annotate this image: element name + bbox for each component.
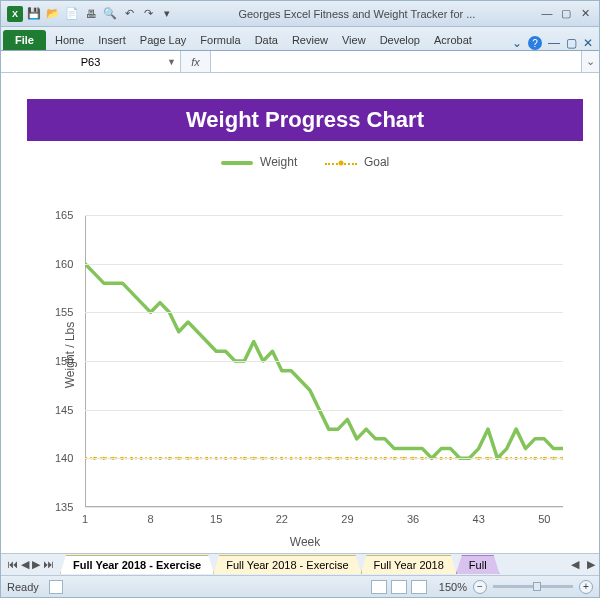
name-box-dropdown-icon[interactable]: ▼ [167,57,176,67]
zoom-slider-thumb[interactable] [533,582,541,591]
zoom-in-button[interactable]: + [579,580,593,594]
sheet-tab-3-label: Full Year 2018 [374,559,444,571]
tab-data[interactable]: Data [248,30,285,50]
undo-icon[interactable]: ↶ [121,6,137,22]
legend-weight-swatch [221,161,253,165]
status-bar: Ready 150% − + [1,575,599,597]
worksheet: Weight Progress Chart Weight Goal Weight… [1,73,599,553]
x-axis-title: Week [27,535,583,549]
x-tick-label: 50 [538,513,550,525]
ribbon: File Home Insert Page Lay Formula Data R… [1,27,599,51]
window-restore-icon[interactable]: ▢ [566,36,577,50]
new-icon[interactable]: 📄 [64,6,80,22]
sheet-tab-4-label: Full [469,559,487,571]
y-tick-label: 160 [55,258,73,270]
y-tick-label: 145 [55,404,73,416]
title-bar: X 💾 📂 📄 🖶 🔍 ↶ ↷ ▾ Georges Excel Fitness … [1,1,599,27]
sheet-tab-2[interactable]: Full Year 2018 - Exercise [213,555,361,574]
sheet-tab-4[interactable]: Full [456,555,500,574]
print-icon[interactable]: 🖶 [83,6,99,22]
status-text: Ready [7,581,39,593]
sheet-tabs: Full Year 2018 - Exercise Full Year 2018… [60,555,567,574]
fx-label[interactable]: fx [181,51,211,72]
formula-input[interactable] [211,51,581,72]
legend-weight-label: Weight [260,155,297,169]
x-tick-label: 15 [210,513,222,525]
y-tick-label: 165 [55,209,73,221]
zoom-controls: 150% − + [439,580,593,594]
y-tick-label: 135 [55,501,73,513]
quick-access-toolbar: X 💾 📂 📄 🖶 🔍 ↶ ↷ ▾ [7,6,175,22]
formula-bar: P63 ▼ fx ⌄ [1,51,599,73]
help-icon[interactable]: ? [528,36,542,50]
tab-acrobat[interactable]: Acrobat [427,30,479,50]
file-tab[interactable]: File [3,30,46,50]
tab-page[interactable]: Page Lay [133,30,193,50]
x-tick-label: 1 [82,513,88,525]
sheet-tab-3[interactable]: Full Year 2018 [361,555,457,574]
preview-icon[interactable]: 🔍 [102,6,118,22]
normal-view-icon[interactable] [371,580,387,594]
tab-view[interactable]: View [335,30,373,50]
tab-formulas[interactable]: Formula [193,30,247,50]
chart-object[interactable]: Weight Progress Chart Weight Goal Weight… [27,99,583,543]
y-tick-label: 150 [55,355,73,367]
x-tick-label: 43 [473,513,485,525]
chart-legend: Weight Goal [27,155,583,169]
y-tick-label: 155 [55,306,73,318]
qat-more-icon[interactable]: ▾ [159,6,175,22]
open-icon[interactable]: 📂 [45,6,61,22]
macro-record-icon[interactable] [49,580,63,594]
sheet-tab-bar: ⏮ ◀ ▶ ⏭ Full Year 2018 - Exercise Full Y… [1,553,599,575]
tab-developer[interactable]: Develop [373,30,427,50]
legend-goal-label: Goal [364,155,389,169]
sheet-tab-1-label: Full Year 2018 - Exercise [73,559,201,571]
window-close-icon[interactable]: ✕ [583,36,593,50]
plot-area: 13514014515015516016518152229364350 [85,215,563,507]
formula-expand-icon[interactable]: ⌄ [581,51,599,72]
close-icon[interactable]: ✕ [577,7,593,20]
x-tick-label: 22 [276,513,288,525]
page-break-view-icon[interactable] [411,580,427,594]
window-buttons: — ▢ ✕ [539,7,593,20]
sheet-nav: ⏮ ◀ ▶ ⏭ [1,558,60,571]
page-layout-view-icon[interactable] [391,580,407,594]
view-buttons: 150% − + [371,580,593,594]
x-tick-label: 8 [148,513,154,525]
hscroll-right-icon[interactable]: ▶ [583,558,599,571]
ribbon-minimize-icon[interactable]: ⌄ [512,36,522,50]
zoom-slider[interactable] [493,585,573,588]
x-tick-label: 29 [341,513,353,525]
sheet-tab-2-label: Full Year 2018 - Exercise [226,559,348,571]
y-tick-label: 140 [55,452,73,464]
sheet-next-icon[interactable]: ▶ [32,558,40,571]
chart-title: Weight Progress Chart [27,99,583,141]
x-tick-label: 36 [407,513,419,525]
save-icon[interactable]: 💾 [26,6,42,22]
zoom-value[interactable]: 150% [439,581,467,593]
window-title: Georges Excel Fitness and Weight Tracker… [175,8,539,20]
name-box-value: P63 [81,56,101,68]
name-box[interactable]: P63 ▼ [1,51,181,72]
sheet-prev-icon[interactable]: ◀ [21,558,29,571]
sheet-first-icon[interactable]: ⏮ [7,558,18,571]
minimize-icon[interactable]: — [539,7,555,19]
tab-review[interactable]: Review [285,30,335,50]
tab-home[interactable]: Home [48,30,91,50]
redo-icon[interactable]: ↷ [140,6,156,22]
excel-icon: X [7,6,23,22]
sheet-tab-1[interactable]: Full Year 2018 - Exercise [60,555,214,574]
window-min-icon[interactable]: — [548,36,560,50]
chart-area: Weight Goal Weight / Lbs Week 1351401451… [27,155,583,553]
zoom-out-button[interactable]: − [473,580,487,594]
sheet-last-icon[interactable]: ⏭ [43,558,54,571]
hscroll-left-icon[interactable]: ◀ [567,558,583,571]
tab-insert[interactable]: Insert [91,30,133,50]
maximize-icon[interactable]: ▢ [558,7,574,20]
